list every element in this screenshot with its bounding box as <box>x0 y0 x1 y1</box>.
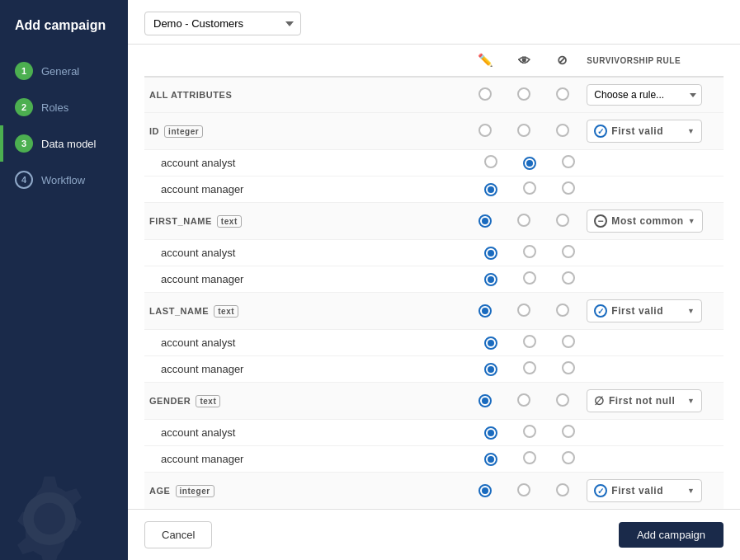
slash-icon: ∅ <box>594 394 605 407</box>
sidebar-label-general: General <box>41 65 79 78</box>
rule-display[interactable]: ✓First valid▼ <box>587 120 702 143</box>
section-name-last_name: LAST_NAMEtext <box>144 293 466 330</box>
all-radio-edit[interactable] <box>466 77 505 113</box>
sec-radio-noaccess-age[interactable] <box>544 473 582 510</box>
sec-radio-noaccess-id[interactable] <box>544 113 582 150</box>
rule-display[interactable]: ✓First valid▼ <box>587 299 702 322</box>
rule-display[interactable]: −Most common▼ <box>587 209 703 233</box>
sub-radio-noaccess-gender-1[interactable] <box>544 446 582 473</box>
sub-radio-edit-last_name-0[interactable] <box>466 330 505 356</box>
sub-radio-view-last_name-0[interactable] <box>505 330 544 356</box>
sec-radio-view-age[interactable] <box>505 473 544 510</box>
sub-radio-view-id-1[interactable] <box>505 176 544 203</box>
add-campaign-button[interactable]: Add campaign <box>619 522 724 548</box>
sub-label-first_name-1: account manager <box>144 266 466 293</box>
check-icon: ✓ <box>594 484 607 497</box>
rule-label: First valid <box>611 485 663 496</box>
gear-decoration <box>0 453 115 560</box>
sidebar-item-data-model[interactable]: 3 Data model <box>0 125 128 162</box>
sec-radio-noaccess-last_name[interactable] <box>544 293 582 330</box>
section-row-first_name: FIRST_NAMEtext−Most common▼ <box>144 203 724 240</box>
sub-label-last_name-0: account analyst <box>144 330 466 356</box>
sub-radio-view-first_name-1[interactable] <box>505 266 544 293</box>
sec-radio-edit-first_name[interactable] <box>466 203 505 240</box>
sub-label-gender-1: account manager <box>144 446 466 473</box>
section-name-id: IDinteger <box>144 113 466 150</box>
sub-label-last_name-1: account manager <box>144 356 466 383</box>
sec-radio-edit-age[interactable] <box>466 473 505 510</box>
sub-radio-noaccess-id-1[interactable] <box>544 176 582 203</box>
all-radio-view[interactable] <box>505 77 544 113</box>
all-radio-noaccess[interactable] <box>544 77 582 113</box>
section-name-gender: GENDERtext <box>144 383 466 420</box>
all-rule-select[interactable]: Choose a rule... <box>587 84 702 106</box>
sidebar-item-workflow[interactable]: 4 Workflow <box>0 162 128 198</box>
step-num-data-model: 3 <box>15 134 33 153</box>
sidebar-label-workflow: Workflow <box>41 174 85 186</box>
sidebar-title: Add campaign <box>0 0 128 53</box>
rule-display[interactable]: ✓First valid▼ <box>587 479 702 502</box>
dataset-dropdown[interactable]: Demo - Customers Demo - Prospects Demo -… <box>144 12 301 35</box>
sub-radio-edit-first_name-1[interactable] <box>466 266 505 293</box>
sidebar-label-roles: Roles <box>41 101 68 114</box>
sub-radio-view-gender-1[interactable] <box>505 446 544 473</box>
sec-rule-gender[interactable]: ∅First not null▼ <box>582 383 724 420</box>
sub-radio-edit-gender-0[interactable] <box>466 420 505 446</box>
sec-radio-view-id[interactable] <box>505 113 544 150</box>
sub-radio-view-first_name-0[interactable] <box>505 240 544 266</box>
minus-icon: − <box>594 214 607 228</box>
sidebar-item-roles[interactable]: 2 Roles <box>0 89 128 125</box>
sub-radio-edit-id-1[interactable] <box>466 176 505 203</box>
type-badge: text <box>196 395 220 407</box>
rule-label: First valid <box>611 125 663 137</box>
sub-radio-noaccess-first_name-0[interactable] <box>544 240 582 266</box>
sub-row-id-0: account analyst <box>144 150 724 176</box>
sub-radio-noaccess-last_name-0[interactable] <box>544 330 582 356</box>
cancel-button[interactable]: Cancel <box>144 521 212 548</box>
sec-rule-last_name[interactable]: ✓First valid▼ <box>582 293 724 330</box>
col-header-attribute <box>144 45 466 77</box>
main-header: Demo - Customers Demo - Prospects Demo -… <box>128 0 740 45</box>
sub-radio-view-id-0[interactable] <box>505 150 544 176</box>
sub-row-first_name-0: account analyst <box>144 240 724 266</box>
sec-radio-edit-last_name[interactable] <box>466 293 505 330</box>
chevron-down-icon: ▼ <box>688 217 695 225</box>
sidebar-item-general[interactable]: 1 General <box>0 53 128 89</box>
sub-radio-edit-first_name-0[interactable] <box>466 240 505 266</box>
sec-radio-edit-id[interactable] <box>466 113 505 150</box>
sec-rule-first_name[interactable]: −Most common▼ <box>582 203 724 240</box>
type-badge: integer <box>164 125 203 138</box>
rule-label: First not null <box>609 395 675 407</box>
sub-radio-noaccess-last_name-1[interactable] <box>544 356 582 383</box>
sub-row-last_name-1: account manager <box>144 356 724 383</box>
sub-radio-view-last_name-1[interactable] <box>505 356 544 383</box>
sec-radio-noaccess-gender[interactable] <box>544 383 582 420</box>
sub-radio-view-gender-0[interactable] <box>505 420 544 446</box>
sec-radio-edit-gender[interactable] <box>466 383 505 420</box>
sec-radio-noaccess-first_name[interactable] <box>544 203 582 240</box>
sub-radio-edit-id-0[interactable] <box>466 150 505 176</box>
sub-radio-edit-gender-1[interactable] <box>466 446 505 473</box>
sub-radio-edit-last_name-1[interactable] <box>466 356 505 383</box>
chevron-down-icon: ▼ <box>687 307 695 315</box>
sub-radio-noaccess-id-0[interactable] <box>544 150 582 176</box>
sec-radio-view-first_name[interactable] <box>505 203 544 240</box>
main-content: Demo - Customers Demo - Prospects Demo -… <box>128 0 740 560</box>
sub-radio-noaccess-gender-0[interactable] <box>544 420 582 446</box>
sec-rule-id[interactable]: ✓First valid▼ <box>582 113 724 150</box>
step-num-roles: 2 <box>15 98 33 116</box>
sidebar-label-data-model: Data model <box>41 138 96 150</box>
sub-radio-noaccess-first_name-1[interactable] <box>544 266 582 293</box>
all-attributes-rule[interactable]: Choose a rule... <box>582 77 724 113</box>
section-row-age: AGEinteger✓First valid▼ <box>144 473 724 510</box>
sec-radio-view-last_name[interactable] <box>505 293 544 330</box>
sub-row-first_name-1: account manager <box>144 266 724 293</box>
attributes-table: ✏️ 👁 ⊘ SURVIVORSHIP RULE ALL ATTRIBUTESC… <box>144 45 724 509</box>
sub-label-id-1: account manager <box>144 176 466 203</box>
rule-display[interactable]: ∅First not null▼ <box>587 389 702 412</box>
rule-label: First valid <box>611 305 663 317</box>
section-row-last_name: LAST_NAMEtext✓First valid▼ <box>144 293 724 330</box>
sec-radio-view-gender[interactable] <box>505 383 544 420</box>
section-row-gender: GENDERtext∅First not null▼ <box>144 383 724 420</box>
sec-rule-age[interactable]: ✓First valid▼ <box>582 473 724 510</box>
